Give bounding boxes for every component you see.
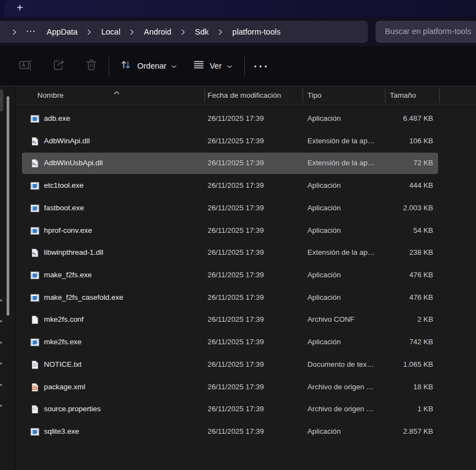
column-separator[interactable] [439,88,440,103]
file-name: NOTICE.txt [44,360,81,368]
chevron-down-icon [171,61,177,71]
command-toolbar: Ordenar Ver [0,46,476,86]
column-separator[interactable] [303,88,303,103]
address-bar: ⋯AppDataLocalAndroidSdkplatform-tools Bu… [0,18,476,46]
file-modified-date: 26/11/2025 17:39 [208,271,264,279]
sort-ascending-caret-icon [114,87,120,97]
file-name: source.properties [44,405,100,413]
file-name: adb.exe [44,114,70,122]
table-row[interactable]: mke2fs.exe26/11/2025 17:39Aplicación742 … [16,331,476,354]
file-modified-date: 26/11/2025 17:39 [208,360,264,368]
breadcrumb-item-local[interactable]: Local [96,27,125,36]
file-list: adb.exe26/11/2025 17:39Aplicación6.487 K… [16,108,476,443]
file-name: mke2fs.conf [44,315,83,323]
delete-button[interactable] [85,46,98,86]
table-row[interactable]: libwinpthread-1.dll26/11/2025 17:39Exten… [16,242,476,264]
content-area: Nombre Fecha de modificación Tipo Tamaño… [0,86,476,470]
nav-tree-bullet [0,362,2,365]
view-lines-icon [193,59,205,73]
file-modified-date: 26/11/2025 17:39 [208,114,264,122]
table-row[interactable]: adb.exe26/11/2025 17:39Aplicación6.487 K… [16,108,476,130]
search-input[interactable]: Buscar en platform-tools [376,21,476,43]
file-explorer-window: + ⋯AppDataLocalAndroidSdkplatform-tools … [0,0,476,470]
toolbar-divider [109,57,109,76]
sort-label: Ordenar [137,61,166,70]
rename-button[interactable] [19,46,32,86]
navigation-pane-edge [0,86,15,470]
view-button[interactable]: Ver [193,46,232,86]
file-size: 2.003 KB [345,204,433,212]
nav-tree-bullet [0,299,2,301]
column-separator[interactable] [204,88,205,103]
chevron-right-icon [130,29,134,35]
breadcrumb-overflow-button[interactable]: ⋯ [26,25,36,37]
exe-file-icon [30,271,40,280]
breadcrumb-item-platform-tools[interactable]: platform-tools [227,27,285,36]
file-name: fastboot.exe [44,204,84,212]
column-separator[interactable] [385,88,385,103]
file-modified-date: 26/11/2025 17:39 [208,338,264,346]
nav-tree-bullet [0,384,2,386]
chevron-right-icon [219,29,222,35]
table-row[interactable]: fastboot.exe26/11/2025 17:39Aplicación2.… [16,197,476,220]
file-list-pane: Nombre Fecha de modificación Tipo Tamaño… [16,86,476,470]
table-row[interactable]: mke2fs.conf26/11/2025 17:39Archivo CONF2… [16,309,476,331]
file-size: 742 KB [345,338,433,346]
txt-file-icon [30,360,40,370]
file-type: Aplicación [307,293,341,301]
file-size: 2 KB [345,315,433,323]
exe-file-icon [30,427,40,437]
file-size: 18 KB [345,383,433,391]
file-size: 2.857 KB [345,427,433,435]
file-name: mke2fs.exe [44,338,81,346]
table-row[interactable]: AdbWinUsbApi.dll26/11/2025 17:39Extensió… [16,152,476,175]
more-options-button[interactable] [253,46,268,86]
file-name: AdbWinUsbApi.dll [44,159,103,167]
nav-tree-bullet [0,342,2,344]
file-modified-date: 26/11/2025 17:39 [208,137,264,145]
table-row[interactable]: hprof-conv.exe26/11/2025 17:39Aplicación… [16,220,476,242]
nav-scrollbar-thumb[interactable] [7,96,9,316]
chevron-down-icon [227,61,232,71]
file-name: make_f2fs_casefold.exe [44,293,123,301]
nav-tree-bullet [0,405,2,407]
file-modified-date: 26/11/2025 17:39 [208,427,264,435]
file-type: Aplicación [307,181,341,189]
table-row[interactable]: make_f2fs_casefold.exe26/11/2025 17:39Ap… [16,287,476,309]
table-row[interactable]: source.properties26/11/2025 17:39Archivo… [16,398,476,421]
sort-button[interactable]: Ordenar [120,46,177,86]
breadcrumb-item-appdata[interactable]: AppData [42,27,82,36]
table-row[interactable]: make_f2fs.exe26/11/2025 17:39Aplicación4… [16,264,476,287]
file-name: AdbWinApi.dll [44,137,89,145]
search-placeholder: Buscar en platform-tools [376,21,476,42]
table-row[interactable]: etc1tool.exe26/11/2025 17:39Aplicación44… [16,175,476,197]
file-name: package.xml [44,383,85,391]
sort-arrows-icon [120,59,132,73]
table-row[interactable]: AdbWinApi.dll26/11/2025 17:39Extensión d… [16,130,476,153]
column-header-size[interactable]: Tamaño [390,91,416,99]
file-type: Aplicación [307,427,341,435]
column-header-name[interactable]: Nombre [37,91,64,99]
chevron-right-icon [13,29,16,35]
ellipsis-icon [253,61,268,71]
column-header-modified[interactable]: Fecha de modificación [208,91,281,99]
table-row[interactable]: sqlite3.exe26/11/2025 17:39Aplicación2.8… [16,421,476,443]
table-row[interactable]: package.xml26/11/2025 17:39Archivo de or… [16,376,476,399]
breadcrumb-item-sdk[interactable]: Sdk [190,27,214,36]
tab-strip [4,0,476,17]
table-row[interactable]: NOTICE.txt26/11/2025 17:39Documento de t… [16,354,476,376]
tab-bar: + [0,0,476,18]
dll-file-icon [30,137,40,146]
file-size: 1.065 KB [345,360,433,368]
new-tab-button[interactable]: + [12,1,27,15]
breadcrumb: ⋯AppDataLocalAndroidSdkplatform-tools [0,21,368,43]
dll-file-icon [30,248,40,258]
file-size: 476 KB [345,293,433,301]
share-button[interactable] [52,46,66,86]
column-header-type[interactable]: Tipo [307,91,322,99]
file-type: Aplicación [307,271,341,279]
file-modified-date: 26/11/2025 17:39 [208,293,264,301]
file-name: sqlite3.exe [44,427,79,435]
file-modified-date: 26/11/2025 17:39 [208,248,264,256]
breadcrumb-item-android[interactable]: Android [139,27,176,36]
